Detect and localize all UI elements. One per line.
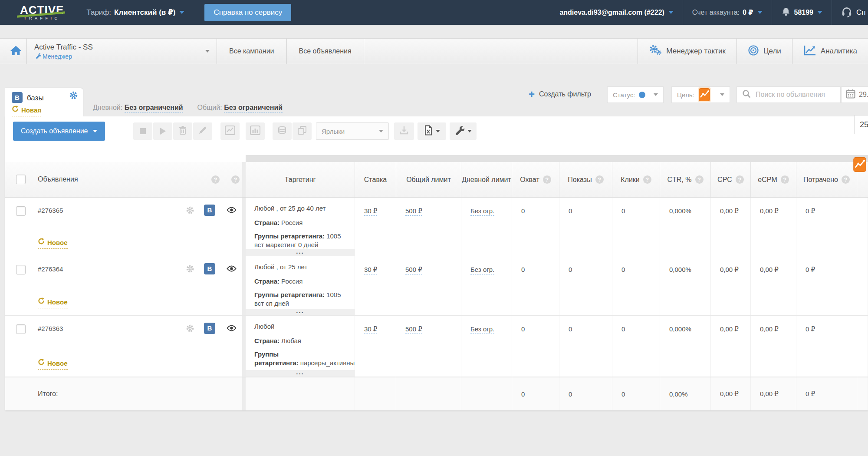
clicks-cell: 0 [612,198,660,256]
play-button[interactable] [153,122,172,140]
ad-settings-gear-icon[interactable] [186,206,194,216]
help-icon[interactable]: ? [842,175,850,184]
labels-select[interactable]: Ярлыки [316,122,389,140]
expand-targeting-button[interactable]: ... [246,249,355,256]
ad-id[interactable]: #276365 [38,207,63,214]
line-chart-icon [803,45,821,58]
ad-status-badge[interactable]: Новое [38,359,68,370]
chevron-down-icon [817,11,822,14]
page: ACTIVE TRAFFIC Тариф: Клиентский (в ₽) С… [0,0,868,456]
goal-filter-select[interactable]: Цель: [671,86,730,103]
daily-limit-label: Дневной: [93,104,122,111]
column-header-total-limit[interactable]: Общий лимит [396,162,461,197]
campaign-selector[interactable]: Active Traffic - SS Менеджер [27,39,217,64]
search-input[interactable] [755,90,835,99]
column-header-targeting[interactable]: Таргетинг [246,162,355,197]
budget-button[interactable] [273,122,292,140]
column-header-spent[interactable]: Потрачено? [796,162,857,197]
logo[interactable]: ACTIVE TRAFFIC [20,4,64,20]
help-icon[interactable]: ? [211,175,220,184]
ecpm-cell: 0,00 ₽ [751,256,796,315]
preview-eye-icon[interactable] [227,325,237,333]
daily-limit-value[interactable]: Без огр. [470,325,494,334]
select-all-checkbox[interactable] [16,175,26,184]
daily-limit-value[interactable]: Без ограничений [125,104,183,112]
campaign-settings-gear-icon[interactable] [69,91,78,102]
tab-all-ads[interactable]: Все объявления [287,39,364,64]
copy-button[interactable] [293,122,312,140]
column-header-cpc[interactable]: CPC? [711,162,751,197]
ad-id[interactable]: #276363 [38,325,63,332]
ad-id[interactable]: #276364 [38,265,63,273]
status-filter-select[interactable]: Статус: [607,86,664,103]
service-help-button[interactable]: Справка по сервису [204,4,291,21]
row-checkbox[interactable] [16,324,26,334]
daily-limit-value[interactable]: Без огр. [470,207,494,216]
total-limit-label: Общий: [197,104,222,111]
ad-status-badge[interactable]: Новое [38,238,68,249]
daily-limit-value[interactable]: Без огр. [470,266,494,274]
help-icon[interactable]: ? [595,175,604,184]
date-range-picker[interactable]: 29.1 [841,86,868,103]
help-icon[interactable]: ? [736,175,744,184]
row-checkbox[interactable] [16,206,26,216]
column-header-impressions[interactable]: Показы? [559,162,612,197]
download-button[interactable] [394,122,414,140]
support-button[interactable]: Сп [832,0,868,25]
total-limit-value[interactable]: 500 ₽ [405,266,422,274]
row-checkbox[interactable] [16,265,26,274]
column-header-ecpm[interactable]: eCPM? [751,162,796,197]
edit-button[interactable] [193,122,212,140]
topbar: ACTIVE TRAFFIC Тариф: Клиентский (в ₽) С… [0,0,868,25]
column-header-bid[interactable]: Ставка [355,162,396,197]
help-icon[interactable]: ? [643,175,651,184]
analytics-button[interactable]: Аналитика [792,39,868,64]
balance-dropdown[interactable]: Счет аккаунта: 0 ₽ [683,0,772,25]
campaign-tab[interactable]: В базы Новая [5,88,83,116]
create-ad-button[interactable]: Создать объявление [13,122,105,141]
tab-all-campaigns[interactable]: Все кампании [217,39,287,64]
total-limit-value[interactable]: 500 ₽ [405,207,422,216]
account-dropdown[interactable]: andieva.di93@gmail.com (#222) [550,0,682,25]
help-icon[interactable]: ? [695,175,704,184]
campaign-status-badge[interactable]: Новая [12,106,41,116]
horizontal-scroll-strip[interactable] [246,155,868,162]
notifications-dropdown[interactable]: 58199 [772,0,832,25]
bid-value[interactable]: 30 ₽ [364,266,377,274]
targeting-demo: Любой , от 25 до 40 лет [254,204,350,213]
expand-targeting-button[interactable]: ... [246,309,355,315]
total-limit-value[interactable]: 500 ₽ [405,325,422,334]
tariff-dropdown[interactable]: Тариф: Клиентский (в ₽) [86,8,184,17]
delete-button[interactable] [173,122,192,140]
stats-bar-button[interactable] [246,122,265,140]
goals-button[interactable]: Цели [736,39,792,64]
column-header-daily-limit[interactable]: Дневной лимит [461,162,512,197]
column-header-ctr[interactable]: CTR, %? [660,162,711,197]
chevron-down-icon [179,11,184,14]
manager-tactics-button[interactable]: Менеджер тактик [638,39,736,64]
stop-button[interactable] [133,122,152,140]
ad-settings-gear-icon[interactable] [186,264,194,275]
column-header-reach[interactable]: Охват? [512,162,559,197]
help-icon[interactable]: ? [781,175,789,184]
export-excel-button[interactable] [418,122,446,140]
home-button[interactable] [5,39,27,64]
create-filter-button[interactable]: + Создать фильтр [529,90,591,99]
settings-tools-button[interactable] [450,122,477,140]
total-limit-value[interactable]: Без ограничений [224,104,283,112]
preview-eye-icon[interactable] [227,265,237,274]
spent-cell: 0 ₽ [796,198,857,256]
bid-value[interactable]: 30 ₽ [364,207,377,216]
per-page-select[interactable]: 25 [854,115,868,134]
column-header-clicks[interactable]: Клики? [612,162,660,197]
help-icon[interactable]: ? [543,175,551,184]
help-icon[interactable]: ? [231,175,240,184]
goal-column-icon[interactable] [853,157,866,174]
ad-status-badge[interactable]: Новое [38,297,68,308]
stats-line-button[interactable] [220,122,240,140]
expand-targeting-button[interactable]: ... [246,370,355,377]
ad-settings-gear-icon[interactable] [186,324,194,334]
reach-cell: 0 [512,198,559,256]
preview-eye-icon[interactable] [227,207,237,215]
bid-value[interactable]: 30 ₽ [364,325,377,334]
